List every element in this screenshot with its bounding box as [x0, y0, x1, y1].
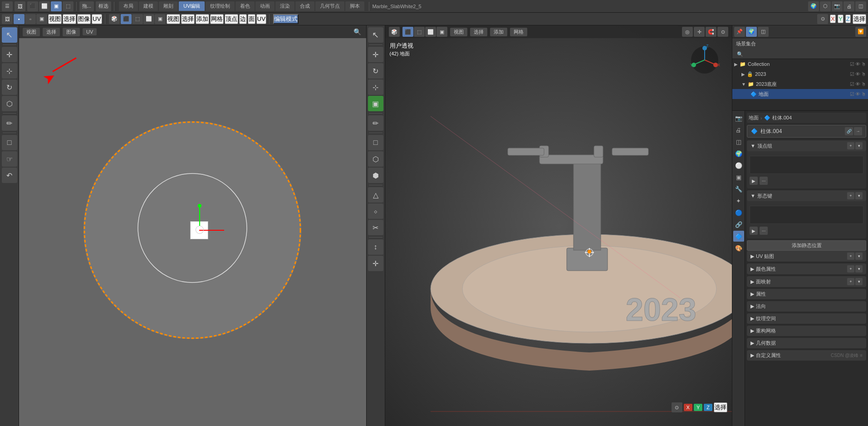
uv-image-btn[interactable]: 图像 — [77, 14, 91, 24]
z-axis-btn[interactable]: Z — [845, 15, 851, 23]
3d-wire-icon[interactable]: ⬚ — [414, 27, 425, 37]
outliner-item-2023[interactable]: ▶ 🔒 2023 ☑ 👁 🖱 — [732, 69, 868, 79]
add-static-position-btn[interactable]: 添加静态位置 — [747, 240, 866, 251]
3d-mode-material[interactable]: ⬜ — [143, 14, 154, 24]
x-axis-btn[interactable]: X — [830, 15, 836, 23]
uv-rotate-tool[interactable]: ↻ — [2, 79, 17, 95]
view-menu-btn[interactable]: 拖... — [79, 1, 94, 11]
3d-view-btn[interactable]: 视图 — [167, 14, 180, 24]
3d-uv-btn[interactable]: UV — [256, 14, 267, 24]
props-tab-material[interactable]: 🎨 — [733, 243, 744, 253]
workspace-tab-shading[interactable]: 着色 — [235, 1, 255, 11]
vis-select-ground[interactable]: 🖱 — [861, 91, 866, 97]
vis-eye-base[interactable]: 👁 — [855, 81, 860, 87]
3d-vertex-slide-tool[interactable]: ↕ — [368, 239, 383, 255]
vis-select-2023[interactable]: 🖱 — [861, 71, 866, 77]
vis-check-icon[interactable]: ☑ — [850, 61, 854, 67]
add-sk-icon[interactable]: + — [847, 192, 854, 199]
3d-cursor-tool[interactable]: ↖ — [368, 27, 383, 43]
workspace-tab-geometry-nodes[interactable]: 几何节点 — [315, 1, 344, 11]
sk-dots-btn[interactable]: ··· — [760, 227, 768, 235]
filter-icon[interactable]: 🔽 — [855, 27, 866, 37]
props-tab-modifiers[interactable]: 🔧 — [733, 183, 744, 194]
app-menu-icon[interactable]: ☰ — [2, 1, 13, 11]
3d-bevel-tool[interactable]: ⬦ — [368, 203, 383, 219]
uv-grid-tool[interactable]: □ — [2, 135, 17, 150]
3d-extrude-tool[interactable]: △ — [368, 187, 383, 203]
remove-vg-icon[interactable]: ▾ — [855, 142, 863, 149]
uv-view-btn[interactable]: 视图 — [23, 28, 40, 36]
3d-transform-tool[interactable]: ▣ — [368, 96, 383, 111]
vis-check-ground[interactable]: ☑ — [850, 91, 854, 97]
3d-view-menu-btn[interactable]: 视图 — [450, 28, 467, 36]
workspace-tab-modeling[interactable]: 建模 — [139, 1, 158, 11]
z-constraint-btn[interactable]: Z — [704, 404, 712, 411]
3d-mode-rendered[interactable]: ▣ — [155, 14, 166, 24]
outliner-item-collection[interactable]: ▶ 📁 Collection ☑ 👁 🖱 — [732, 59, 868, 69]
workspace-tab-render[interactable]: 渲染 — [275, 1, 294, 11]
3d-editor-type-icon[interactable]: 🎲 — [109, 14, 120, 24]
section-face-maps-header[interactable]: ▶ 面映射 + ▾ — [747, 276, 866, 287]
workspace-tab-layout[interactable]: 布局 — [119, 1, 138, 11]
3d-knife-tool[interactable]: ✂ — [368, 220, 383, 235]
3d-gizmo-icon[interactable]: ✛ — [694, 27, 705, 37]
link-icon[interactable]: 🔗 — [845, 127, 853, 135]
edit-mode-btn[interactable]: 编辑模式 — [273, 14, 299, 24]
driver-icon[interactable]: → — [854, 127, 862, 135]
uv-select-menu-btn[interactable]: 选择 — [43, 28, 60, 36]
workspace-tab-uv[interactable]: UV编辑 — [179, 1, 205, 11]
3d-overlay-icon[interactable]: ◎ — [682, 27, 693, 37]
section-attr-header[interactable]: ▶ 属性 — [747, 289, 866, 299]
uv-mode-icon-1[interactable]: ▪ — [14, 14, 25, 24]
vg-play-btn[interactable]: ▶ — [750, 177, 758, 185]
vg-dots-btn[interactable]: ··· — [760, 177, 768, 185]
viewport-shading-1[interactable]: ⬛ — [27, 1, 38, 11]
3d-solid-icon[interactable]: ⬛ — [402, 27, 413, 37]
y-axis-btn[interactable]: Y — [838, 15, 843, 23]
editor-type-uv[interactable]: 🖼 — [15, 1, 25, 11]
uv-viewport[interactable]: ➤ 视图 选择 图像 UV 🔍 — [19, 25, 366, 426]
select-all-btn[interactable]: 选择 — [853, 14, 866, 24]
props-tab-view-layer[interactable]: ◫ — [733, 136, 744, 147]
props-tab-constraints[interactable]: 🔗 — [733, 219, 744, 230]
vis-eye-ground[interactable]: 👁 — [855, 91, 860, 97]
3d-snap-icon[interactable]: 🧲 — [706, 27, 716, 37]
3d-viewport-type-icon[interactable]: 🎲 — [389, 27, 400, 37]
props-tab-particles[interactable]: ✦ — [733, 195, 744, 206]
sk-play-btn[interactable]: ▶ — [750, 227, 758, 235]
3d-vertex-btn[interactable]: 顶点 — [225, 14, 238, 24]
props-tab-output[interactable]: 🖨 — [733, 124, 744, 135]
uv-cursor-tool[interactable]: ✛ — [2, 47, 17, 62]
3d-loop-cut-tool[interactable]: ⬡ — [368, 151, 383, 167]
uv-editor-type-icon[interactable]: 🖼 — [2, 14, 13, 24]
section-custprops-header[interactable]: ▶ 自定义属性 CSDN @凌峰 ≡ — [747, 350, 866, 361]
props-tab-object[interactable]: ▣ — [733, 172, 744, 183]
viewport-shading-3[interactable]: ⬚ — [63, 1, 74, 11]
3d-mesh-btn[interactable]: 网格 — [210, 14, 224, 24]
section-shape-keys-header[interactable]: ▼ 形态键 + ▾ — [747, 190, 866, 201]
props-tab-data[interactable]: 🔷 — [733, 231, 744, 242]
vis-check-base[interactable]: ☑ — [850, 81, 854, 87]
outliner-item-ground[interactable]: 🔷 地面 ☑ 👁 🖱 — [732, 89, 868, 99]
uv-mode-icon-3[interactable]: ▣ — [36, 14, 47, 24]
vis-select-base[interactable]: 🖱 — [861, 81, 866, 87]
outliner-item-base[interactable]: ▼ 📁 2023底座 ☑ 👁 🖱 — [732, 79, 868, 89]
proportional-edit-icon[interactable]: ⊙ — [817, 14, 828, 24]
uv-view-btn[interactable]: 视图 — [48, 14, 62, 24]
uv-move-tool[interactable]: ⊹ — [2, 63, 17, 79]
uv-mode-icon-2[interactable]: ▫ — [25, 14, 36, 24]
3d-mode-solid[interactable]: ⬛ — [121, 14, 132, 24]
uv-image-menu-btn[interactable]: 图像 — [63, 28, 80, 36]
remove-uv-icon[interactable]: ▾ — [855, 253, 863, 260]
3d-select-btn[interactable]: 选择 — [181, 14, 195, 24]
x-constraint-btn[interactable]: X — [684, 404, 692, 411]
view-layer-icon[interactable]: ◫ — [855, 1, 866, 11]
props-tab-physics[interactable]: 🔵 — [733, 207, 744, 218]
uv-uv-btn[interactable]: UV — [92, 14, 102, 24]
3d-select-menu-btn[interactable]: 选择 — [470, 28, 487, 36]
uv-relax-tool[interactable]: ↶ — [2, 168, 17, 183]
section-remesh-header[interactable]: ▶ 重构网格 — [747, 326, 866, 336]
uv-select-tool[interactable]: ↖ — [2, 27, 17, 43]
output-icon[interactable]: 🖨 — [843, 1, 854, 11]
section-uv-header[interactable]: ▶ UV 贴图 + ▾ — [747, 251, 866, 262]
